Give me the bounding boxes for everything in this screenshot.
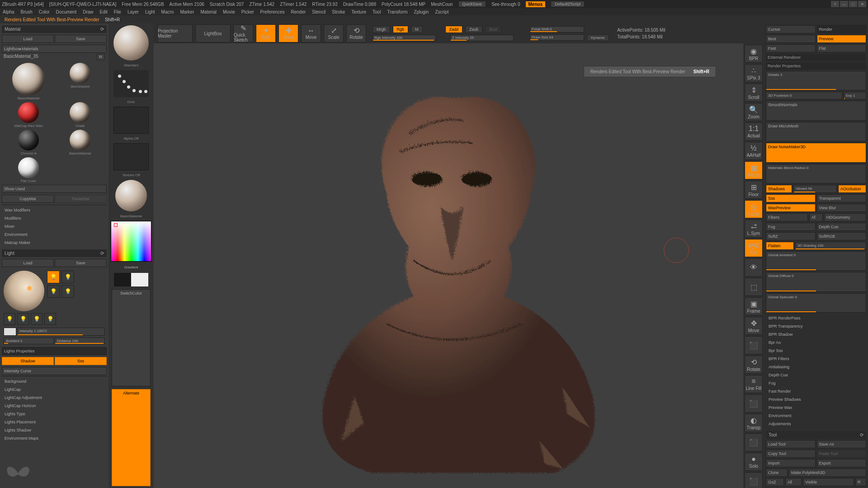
focal-shift-slider[interactable]: Focal Shift 0	[530, 26, 584, 33]
draw-mode-button[interactable]: ✚Draw	[278, 24, 298, 42]
section-bpr-filters[interactable]: BPR Filters	[766, 355, 866, 363]
lights-properties-header[interactable]: Lights Properties	[2, 347, 107, 355]
right-tool-solo[interactable]: ●Solo	[745, 453, 763, 471]
best-render-button[interactable]: Best	[766, 35, 816, 43]
section-environment-maps[interactable]: Environment Maps	[2, 434, 107, 442]
menu-texture[interactable]: Texture	[351, 9, 366, 14]
viewport[interactable]: Renders Edited Tool With Best-Preview Re…	[154, 43, 743, 488]
brush-preview[interactable]	[113, 25, 149, 61]
section-lightcap[interactable]: LightCap	[2, 385, 107, 394]
softrgb-toggle[interactable]: SoftRGB	[817, 232, 867, 240]
section-preview-wax[interactable]: Preview Wax	[766, 404, 866, 412]
export-button[interactable]: Export	[817, 459, 867, 467]
light-bulb-1[interactable]: 💡	[47, 271, 60, 283]
window-close-icon[interactable]: ✕	[858, 1, 866, 7]
render-properties-header[interactable]: Render Properties	[766, 62, 866, 70]
section-bpr-shadow[interactable]: BPR Shadow	[766, 330, 866, 338]
goz-all-button[interactable]: All	[785, 478, 802, 486]
section-depth-cue[interactable]: Depth Cue	[766, 371, 866, 379]
move-mode-button[interactable]: ↔Move	[301, 24, 321, 42]
menu-color[interactable]: Color	[39, 9, 50, 14]
af-toggle[interactable]: Af	[809, 213, 823, 221]
lightbox-materials-button[interactable]: Lightbox▸Materials	[2, 45, 107, 53]
right-tool-blank-18[interactable]: ⬛	[745, 394, 763, 413]
light-preview-sphere[interactable]	[4, 271, 44, 311]
section-modifiers[interactable]: Modifiers	[2, 214, 107, 222]
menu-zscript[interactable]: Zscript	[435, 9, 448, 14]
material-swatch[interactable]: SkinShade4	[55, 63, 105, 100]
load-tool-button[interactable]: Load Tool	[766, 440, 816, 448]
external-renderer-header[interactable]: External Renderer	[766, 54, 866, 61]
z-intensity-slider[interactable]: Z Intensity 25	[450, 35, 514, 41]
collapse-icon[interactable]: ⟳	[100, 27, 104, 32]
menu-render[interactable]: Render	[291, 9, 306, 14]
draw-micromesh-toggle[interactable]: Draw MicroMesh	[766, 122, 866, 141]
hdgeometry-toggle[interactable]: HDGeometry	[824, 213, 866, 221]
details-slider[interactable]: Details 3	[766, 71, 866, 90]
right-tool-rotate[interactable]: ⟲Rotate	[745, 356, 763, 374]
viewblur-toggle[interactable]: View Blur	[817, 204, 867, 212]
section-bpr-renderpass[interactable]: BPR RenderPass	[766, 314, 866, 322]
section-mixer[interactable]: Mixer	[2, 222, 107, 230]
fast-render-button[interactable]: Fast	[766, 44, 816, 52]
cursor-button[interactable]: Cursor	[766, 25, 816, 33]
light-color-swatch[interactable]	[4, 328, 16, 336]
section-background[interactable]: Background	[2, 377, 107, 385]
mrgb-button[interactable]: Mrgb	[373, 26, 390, 33]
window-maximize-icon[interactable]: □	[849, 1, 857, 7]
alpha-preview[interactable]	[113, 107, 149, 134]
section-bpr-sss[interactable]: Bpr Sss	[766, 347, 866, 355]
menu-movie[interactable]: Movie	[223, 9, 235, 14]
global-specular-slider[interactable]: Global Specular 0	[766, 293, 866, 313]
dynamic-toggle[interactable]: Dynamic	[587, 34, 609, 41]
right-tool-line-fill[interactable]: ≡Line Fill	[745, 375, 763, 393]
material-swatch[interactable]: MatCap Red Wax	[4, 102, 53, 128]
menus-toggle[interactable]: Menus	[526, 1, 546, 7]
section-matcap-maker[interactable]: Matcap Maker	[2, 239, 107, 247]
transparent-toggle[interactable]: Transparent	[817, 194, 867, 202]
menu-layer[interactable]: Layer	[127, 9, 139, 14]
intensity-curve-button[interactable]: Intensity Curve	[2, 367, 107, 375]
light-save-button[interactable]: Save	[55, 259, 107, 267]
fibers-toggle[interactable]: Fibers	[766, 213, 808, 221]
light-palette-title[interactable]: Light⟳	[2, 249, 107, 257]
render-palette-title[interactable]: Render	[817, 25, 867, 33]
right-tool-zoom[interactable]: 🔍Zoom	[745, 103, 763, 121]
menu-file[interactable]: File	[114, 9, 121, 14]
make-polymesh-button[interactable]: Make PolyMesh3D	[789, 469, 866, 477]
menu-transform[interactable]: Transform	[387, 9, 407, 14]
section-antialiasing[interactable]: Antialiasing	[766, 363, 866, 371]
exp-slider[interactable]: Exp 1	[844, 92, 866, 99]
section-lightcap-horizon[interactable]: LightCap Horizon	[2, 402, 107, 410]
material-swatch[interactable]: Chalk	[55, 102, 105, 128]
show-used-button[interactable]: Show Used	[2, 185, 107, 193]
light-bulb-2[interactable]: 💡	[61, 271, 74, 283]
menu-stencil[interactable]: Stencil	[312, 9, 326, 14]
sss-toggle-render[interactable]: Sss	[766, 194, 816, 202]
light-bulb-5[interactable]: 💡	[4, 313, 15, 325]
light-ambient-slider[interactable]: Ambient 3	[4, 338, 54, 344]
smooth-normals-toggle[interactable]: SmoothNormals	[766, 101, 866, 120]
menu-draw[interactable]: Draw	[83, 9, 93, 14]
quick-sketch-button[interactable]: ✎Quick Sketch	[233, 24, 253, 42]
right-tool-blank-20[interactable]: ⬛	[745, 433, 763, 451]
shadows-toggle[interactable]: Shadows	[766, 185, 792, 193]
sss-toggle[interactable]: Sss	[55, 357, 107, 365]
right-tool-blank-12[interactable]: ⬚	[745, 278, 763, 296]
flatten-toggle[interactable]: Flatten	[766, 242, 794, 250]
material-preview[interactable]	[115, 180, 147, 211]
material-palette-title[interactable]: Material⟳	[2, 25, 107, 33]
menu-zplugin[interactable]: Zplugin	[414, 9, 429, 14]
quicksave-button[interactable]: QuickSave	[458, 1, 486, 7]
right-tool-local[interactable]: ◎Local	[745, 200, 763, 218]
m-button[interactable]: M	[411, 26, 423, 33]
right-tool-aahalf[interactable]: ½AAHalf	[745, 142, 763, 160]
material-swatch[interactable]: BasicMaterial	[55, 130, 105, 155]
menu-material[interactable]: Material	[201, 9, 217, 14]
section-wax-modifiers[interactable]: Wax Modifiers	[2, 206, 107, 214]
light-bulb-4[interactable]: 💡	[61, 285, 74, 298]
zsub-button[interactable]: Zsub	[465, 26, 482, 33]
goz-button[interactable]: GoZ	[766, 478, 784, 486]
depthcue-toggle[interactable]: Depth Cue	[817, 223, 867, 231]
rgb-intensity-slider[interactable]: Rgb Intensity 100	[373, 35, 436, 41]
